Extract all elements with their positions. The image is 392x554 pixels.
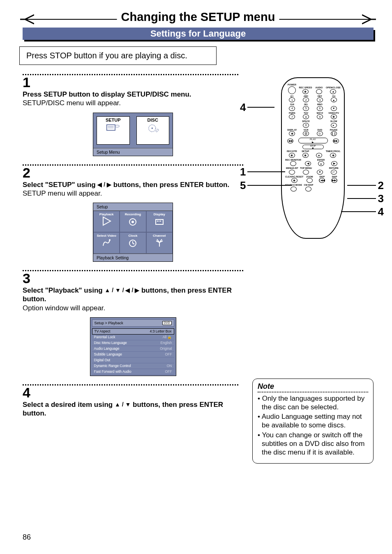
playback-row: Subtitle LanguageOFF (92, 352, 174, 358)
search-mode-button[interactable] (291, 187, 297, 192)
menu-card-setup: SETUP (97, 116, 130, 145)
remote-control-figure: 4 1 5 2 3 4 POWER REC SPEED◉ (252, 77, 374, 239)
setup-cell-playback: Playback (93, 211, 120, 232)
key-5-button[interactable]: 5 (303, 106, 309, 111)
setup-cell-channel: Channel (146, 232, 173, 254)
fast-forward-button[interactable]: ▶▶ (333, 138, 339, 143)
svg-rect-9 (157, 221, 159, 222)
play-icon (101, 216, 111, 226)
cm-skip-button[interactable] (305, 187, 311, 192)
setup-card-icon (106, 123, 120, 133)
playback-row: Parental LockAll 🔒 (92, 335, 174, 340)
key-9-button[interactable]: 9 (317, 114, 323, 119)
play-button[interactable]: PLAY▶ (298, 138, 328, 143)
stop-button[interactable]: STOP■ (302, 145, 324, 149)
ch-up-button[interactable]: ▲ (331, 97, 337, 102)
skip-fwd-button[interactable]: ▶▶| (331, 178, 337, 183)
cable-icon (101, 238, 111, 247)
title-decor-left-icon (20, 13, 34, 25)
menu-footer: Setup Menu (93, 148, 173, 156)
nav-up-button[interactable]: ▲ (316, 153, 322, 158)
key-3-button[interactable]: 3 (317, 97, 323, 102)
setup-cell-clock: Clock (120, 232, 146, 254)
record-icon (128, 216, 138, 226)
page-title-bar: Changing the SETUP menu (23, 10, 374, 26)
key-6-button[interactable]: 6 (317, 106, 323, 111)
key-0-button[interactable]: 0 (303, 123, 309, 128)
step-2-heading: Select "SETUP" using ◀ / ▶ buttons, then… (23, 180, 243, 189)
setup-button[interactable]: ◉ (302, 153, 309, 158)
svg-point-5 (151, 127, 152, 129)
rewind-button[interactable]: ◀◀ (287, 138, 293, 143)
key-2-button[interactable]: 2 (303, 97, 309, 102)
rec-monitor-button[interactable] (290, 161, 296, 166)
rec-otr-button[interactable]: ◉ (289, 153, 295, 158)
left-right-arrows-icon: ◀ / ▶ (97, 181, 111, 188)
note-box: Note Only the languages supported by the… (252, 379, 374, 464)
menu-list-button[interactable] (289, 170, 295, 175)
open-close-button[interactable]: ▲ (330, 89, 336, 94)
callout-4-left: 4 (240, 101, 246, 114)
step-3-heading: Select "Playback" using ▲ / ▼ / ◀ / ▶ bu… (23, 286, 243, 304)
audio-button[interactable] (316, 89, 322, 94)
menu-card-disc: DISC (136, 116, 170, 145)
svg-rect-0 (107, 125, 115, 130)
clear-reset-button[interactable]: ◉ (291, 178, 297, 183)
section-subtitle: Settings for Language (23, 28, 374, 40)
display-icon (154, 216, 164, 226)
return-button[interactable]: ↩ (331, 170, 337, 175)
playback-row: Dynamic Range ControlON (92, 363, 174, 369)
display-button[interactable]: ◉ (289, 131, 295, 136)
step-1: 1 Press SETUP button to display SETUP/DI… (23, 74, 243, 156)
page-title: Changing the SETUP menu (117, 10, 279, 24)
step-2: 2 Select "SETUP" using ◀ / ▶ buttons, th… (23, 164, 243, 262)
ch-down-button[interactable]: ▼ (331, 106, 337, 111)
callout-4-right: 4 (378, 205, 384, 218)
zoom-button[interactable] (307, 178, 313, 183)
slow-button[interactable]: ▸ (331, 123, 337, 128)
step-2-number: 2 (23, 166, 243, 180)
step-3-body: Option window will appear. (23, 304, 243, 312)
svg-point-7 (131, 221, 134, 223)
udlr-arrows-icon: ▲ / ▼ / ◀ / ▶ (104, 287, 139, 293)
step-3: 3 Select "Playback" using ▲ / ▼ / ◀ / ▶ … (23, 270, 243, 376)
dvd-button[interactable]: ◎ (317, 131, 323, 136)
rec-speed-button[interactable]: ◉ (302, 89, 309, 94)
step-2-body: SETUP menu will appear. (23, 189, 243, 198)
vcr-button[interactable]: ⦿ (303, 131, 309, 136)
nav-down-button[interactable]: ▼ (317, 170, 323, 175)
callout-2-right: 2 (378, 179, 384, 192)
callout-1-left: 1 (240, 166, 246, 178)
page-number: 86 (23, 533, 31, 542)
video-tv-button[interactable]: ◉ (331, 114, 337, 119)
key-1-button[interactable]: 1 (289, 97, 295, 102)
svg-rect-8 (156, 219, 163, 224)
step-1-number: 1 (23, 75, 243, 89)
enter-button[interactable]: ● (318, 161, 324, 166)
setup-menu-figure: Setup Playback Recording Display Select … (93, 203, 173, 262)
nav-right-button[interactable]: ▶ (331, 161, 337, 166)
key-7-button[interactable]: 7 (289, 114, 295, 119)
callout-5-left: 5 (240, 179, 246, 192)
nav-left-button[interactable]: ◀ (305, 161, 311, 166)
up-down-arrows-icon: ▲ / ▼ (115, 401, 131, 408)
note-title: Note (258, 382, 368, 391)
power-button[interactable] (288, 86, 296, 94)
setup-disc-menu-figure: SETUP DISC (93, 113, 173, 156)
key-4-button[interactable]: 4 (289, 106, 295, 111)
intro-note: Press STOP button if you are playing a d… (19, 46, 217, 65)
skip-back-button[interactable]: |◀◀ (319, 178, 325, 183)
antenna-icon (154, 238, 164, 247)
section-subtitle-bar: Settings for Language (23, 28, 374, 42)
disc-card-icon (146, 123, 160, 133)
svg-point-11 (109, 239, 111, 241)
pause-button[interactable]: ❙❙ (331, 131, 337, 136)
key-8-button[interactable]: 8 (303, 114, 309, 119)
timer-prog-button[interactable]: ◉ (330, 153, 336, 158)
step-1-body: SETUP/DISC menu will appear. (23, 99, 243, 107)
setup-cell-recording: Recording (120, 211, 146, 232)
playback-row: Digital Out (92, 358, 174, 363)
svg-point-3 (115, 125, 119, 127)
playback-row: Disc Menu LanguageEnglish (92, 340, 174, 346)
top-menu-button[interactable] (303, 170, 309, 175)
